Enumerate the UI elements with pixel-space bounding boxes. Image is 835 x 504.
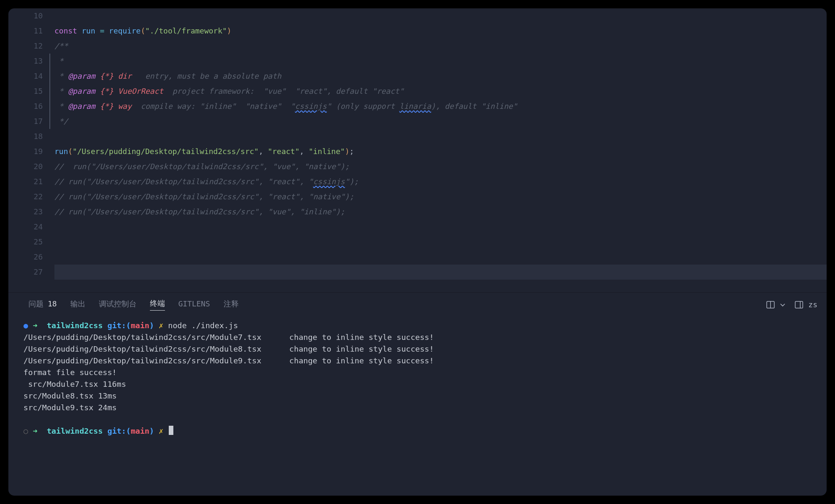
- code-line: [54, 234, 827, 249]
- terminal-line: /Users/pudding/Desktop/tailwind2css/src/…: [23, 343, 817, 355]
- tab-gitlens[interactable]: GITLENS: [178, 299, 210, 310]
- code-line: [54, 249, 827, 265]
- editor-window: 101112 131415 161718 192021 222324 25262…: [8, 8, 827, 496]
- tab-output[interactable]: 输出: [70, 299, 85, 311]
- code-line: [54, 219, 827, 234]
- code-line: [54, 8, 827, 23]
- code-line: * @param {*} way compile way: "inline" "…: [54, 99, 827, 114]
- code-line: * @param {*} VueOrReact project framewor…: [54, 84, 827, 99]
- code-line: // run("/Users/user/Desktop/tailwind2css…: [54, 204, 827, 219]
- tab-label: 问题: [28, 299, 44, 309]
- terminal-line: [23, 414, 817, 425]
- code-line: const run = require("./tool/framework"): [54, 23, 827, 39]
- line-gutter: 101112 131415 161718 192021 222324 25262…: [8, 8, 54, 280]
- code-line: */: [54, 114, 827, 129]
- bottom-panel: 问题 18 输出 调试控制台 终端 GITLENS 注释 zs: [8, 292, 827, 445]
- code-line: // run("/Users/user/Desktop/tailwind2css…: [54, 174, 827, 189]
- tab-debug-console[interactable]: 调试控制台: [99, 299, 137, 311]
- chevron-down-icon[interactable]: [780, 302, 786, 308]
- panel-tabs: 问题 18 输出 调试控制台 终端 GITLENS 注释 zs: [8, 293, 827, 315]
- code-line-active: [54, 265, 827, 280]
- code-line: // run("/Users/user/Desktop/tailwind2css…: [54, 189, 827, 204]
- layout-icon[interactable]: [795, 301, 803, 309]
- code-line: // run("/Users/user/Desktop/tailwind2css…: [54, 159, 827, 174]
- terminal-line: src/Module8.tsx 13ms: [23, 390, 817, 402]
- tab-problems[interactable]: 问题 18: [28, 299, 57, 311]
- terminal-line: format file success!: [23, 367, 817, 378]
- problems-count: 18: [48, 299, 57, 308]
- terminal-cursor: [169, 426, 173, 435]
- code-line: [54, 129, 827, 144]
- terminal-line: /Users/pudding/Desktop/tailwind2css/src/…: [23, 332, 817, 343]
- code-line: * @param {*} dir entry, must be a absolu…: [54, 69, 827, 84]
- code-content[interactable]: const run = require("./tool/framework") …: [54, 8, 827, 280]
- terminal-output[interactable]: ● ➜ tailwind2css git:(main) ✗ node ./ind…: [8, 315, 827, 445]
- tab-comments[interactable]: 注释: [224, 299, 239, 311]
- terminal-line: src/Module7.tsx 116ms: [23, 378, 817, 390]
- terminal-line: src/Module9.tsx 24ms: [23, 402, 817, 414]
- code-line: *: [54, 54, 827, 69]
- code-editor[interactable]: 101112 131415 161718 192021 222324 25262…: [8, 8, 827, 280]
- terminal-prompt-line: ● ➜ tailwind2css git:(main) ✗ node ./ind…: [23, 320, 817, 332]
- split-panel-icon[interactable]: [766, 301, 775, 309]
- code-line: /**: [54, 39, 827, 54]
- terminal-prompt-line: ○ ➜ tailwind2css git:(main) ✗: [23, 425, 817, 437]
- panel-right-label: zs: [808, 300, 817, 309]
- svg-rect-2: [795, 301, 803, 308]
- tab-terminal[interactable]: 终端: [150, 298, 165, 311]
- terminal-line: /Users/pudding/Desktop/tailwind2css/src/…: [23, 355, 817, 367]
- code-line: run("/Users/pudding/Desktop/tailwind2css…: [54, 144, 827, 159]
- terminal-command: node ./index.js: [168, 321, 238, 330]
